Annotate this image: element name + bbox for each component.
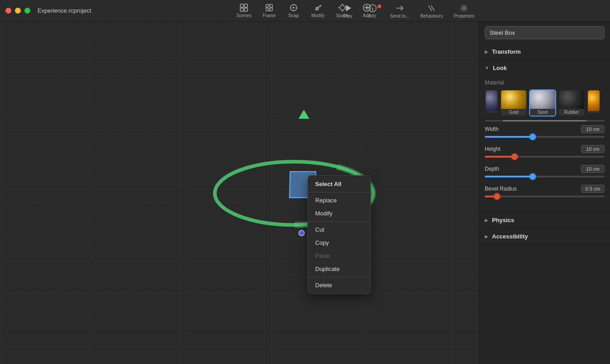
material-swatch-gold[interactable]: Gold	[500, 89, 527, 117]
scenes-icon	[239, 3, 248, 12]
depth-slider-fill	[485, 176, 533, 177]
notification-badge	[378, 5, 381, 8]
context-menu-delete[interactable]: Delete	[308, 279, 370, 292]
maximize-button[interactable]	[24, 8, 30, 14]
depth-value: 10 cm	[581, 165, 605, 173]
section-transform-header[interactable]: ▶ Transform	[479, 44, 610, 60]
look-title: Look	[493, 65, 507, 71]
toolbar-item-play[interactable]: Play	[337, 2, 359, 20]
frame-icon	[265, 3, 274, 12]
y-axis-handle[interactable]	[298, 110, 309, 119]
depth-slider-track[interactable]	[485, 176, 605, 177]
toolbar-right: Play Info Send to...	[337, 0, 479, 22]
material-grid: Gold Steel Rubber	[485, 89, 605, 117]
height-slider-track[interactable]	[485, 156, 605, 158]
frame-label: Frame	[263, 13, 276, 18]
material-swatch-orange[interactable]	[587, 89, 601, 117]
transform-chevron-icon: ▶	[485, 49, 488, 54]
material-swatch-steel[interactable]: Steel	[529, 89, 556, 117]
context-menu-sep-2	[308, 221, 370, 222]
right-panel: ▶ Transform ▼ Look Material	[479, 22, 610, 364]
depth-slider-thumb[interactable]	[530, 173, 536, 180]
viewport[interactable]: Select All Replace Modify Cut Copy Paste…	[0, 22, 479, 364]
info-label: Info	[369, 14, 376, 19]
toolbar-item-info[interactable]: Info	[361, 2, 384, 20]
svg-point-26	[372, 6, 373, 7]
svg-point-28	[463, 7, 465, 9]
toolbar-item-sendto[interactable]: Send to...	[386, 2, 414, 20]
snap-icon	[289, 3, 298, 12]
play-icon	[344, 4, 353, 13]
sendto-icon	[395, 4, 404, 13]
svg-point-5	[268, 6, 270, 9]
accessibility-chevron-icon: ▶	[485, 234, 488, 239]
section-accessibility: ▶ Accessibility	[479, 229, 610, 245]
modify-label: Modify	[311, 13, 324, 18]
material-name-rubber: Rubber	[559, 109, 584, 116]
bevel-slider-thumb[interactable]	[494, 193, 500, 200]
section-accessibility-header[interactable]: ▶ Accessibility	[479, 229, 610, 244]
toolbar-item-frame[interactable]: Frame	[258, 1, 280, 20]
material-name-steel: Steel	[530, 109, 555, 116]
svg-marker-24	[346, 5, 351, 11]
context-menu-replace[interactable]: Replace	[308, 194, 370, 207]
material-swatch-rubber[interactable]: Rubber	[558, 89, 585, 117]
transform-title: Transform	[492, 48, 521, 55]
section-look-header[interactable]: ▼ Look	[479, 60, 610, 76]
properties-icon	[459, 4, 468, 13]
bevel-slider-track[interactable]	[485, 196, 605, 197]
context-menu-cut[interactable]: Cut	[308, 223, 370, 236]
height-value: 10 cm	[581, 145, 605, 153]
physics-chevron-icon: ▶	[485, 218, 488, 223]
width-slider-fill	[485, 136, 533, 138]
width-label: Width	[485, 126, 499, 132]
bevel-slider-row: Bevel Radius 0.5 cm	[485, 185, 605, 197]
svg-rect-3	[244, 8, 247, 11]
toolbar-item-scenes[interactable]: Scenes	[232, 1, 256, 20]
properties-label: Properties	[454, 14, 474, 19]
section-physics-header[interactable]: ▶ Physics	[479, 212, 610, 228]
context-menu-paste: Paste	[308, 249, 370, 262]
depth-slider-row: Depth 10 cm	[485, 165, 605, 177]
svg-rect-2	[240, 8, 243, 11]
context-menu-select-all[interactable]: Select All	[308, 177, 370, 191]
context-menu-duplicate[interactable]: Duplicate	[308, 262, 370, 275]
object-name-input[interactable]	[485, 26, 605, 39]
height-label: Height	[485, 146, 501, 152]
bevel-slider-header: Bevel Radius 0.5 cm	[485, 185, 605, 193]
context-menu-copy[interactable]: Copy	[308, 236, 370, 249]
transform-handle-dot[interactable]	[298, 230, 305, 236]
material-name-gold: Gold	[501, 109, 526, 116]
section-transform: ▶ Transform	[479, 44, 610, 60]
toolbar-item-snap[interactable]: Snap	[282, 1, 305, 20]
svg-rect-0	[240, 4, 243, 7]
toolbar-item-behaviours[interactable]: Behaviours	[416, 2, 447, 20]
depth-slider-header: Depth 10 cm	[485, 165, 605, 173]
context-menu-modify[interactable]: Modify	[308, 207, 370, 220]
play-label: Play	[344, 14, 352, 19]
toolbar-item-properties[interactable]: Properties	[449, 2, 479, 20]
behaviours-label: Behaviours	[420, 14, 443, 19]
material-name-partial	[486, 111, 497, 113]
section-look: ▼ Look Material Gold	[479, 60, 610, 212]
context-menu: Select All Replace Modify Cut Copy Paste…	[307, 175, 371, 294]
bevel-value: 0.5 cm	[581, 185, 605, 193]
width-slider-row: Width 10 cm	[485, 125, 605, 138]
traffic-lights	[5, 8, 30, 14]
height-slider-thumb[interactable]	[511, 154, 518, 160]
width-slider-track[interactable]	[485, 136, 605, 138]
behaviours-icon	[427, 4, 436, 13]
close-button[interactable]	[5, 8, 11, 14]
app-title: Experience.rcproject	[38, 7, 91, 14]
info-icon	[368, 4, 377, 13]
snap-label: Snap	[288, 13, 298, 18]
bevel-label: Bevel Radius	[485, 186, 517, 192]
look-chevron-icon: ▼	[485, 65, 489, 70]
svg-point-11	[293, 7, 294, 9]
width-slider-thumb[interactable]	[530, 134, 536, 140]
toolbar-item-modify[interactable]: Modify	[307, 1, 329, 20]
height-slider-header: Height 10 cm	[485, 145, 605, 153]
main-content: Select All Replace Modify Cut Copy Paste…	[0, 22, 610, 364]
material-swatch-partial[interactable]	[485, 89, 498, 117]
minimize-button[interactable]	[15, 8, 21, 14]
